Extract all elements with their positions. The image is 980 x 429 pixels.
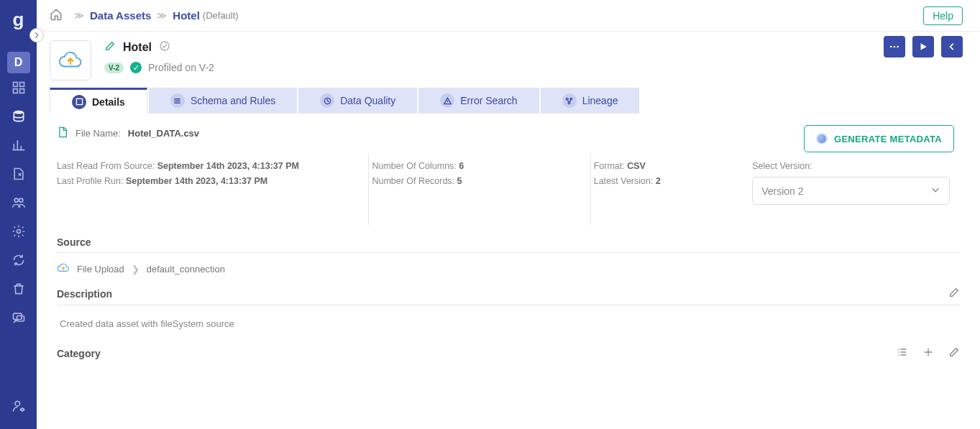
last-profile-label: Last Profile Run:	[57, 176, 123, 186]
chevron-down-icon	[930, 185, 940, 197]
list-category-icon[interactable]	[897, 346, 908, 360]
file-icon	[57, 126, 68, 140]
verified-icon	[159, 40, 170, 55]
asset-type-icon	[50, 40, 91, 80]
svg-rect-3	[19, 89, 24, 93]
add-category-icon[interactable]	[922, 346, 934, 360]
latest-version-value: 2	[656, 176, 661, 186]
sidebar-item-chart[interactable]	[0, 131, 37, 160]
svg-point-6	[19, 198, 22, 202]
svg-point-5	[14, 198, 18, 202]
svg-rect-2	[13, 89, 17, 93]
breadcrumb-suffix: (Default)	[203, 10, 239, 21]
category-section-title: Category	[57, 346, 960, 360]
tab-schema[interactable]: Schema and Rules	[149, 88, 297, 114]
asset-header: Hotel V-2 ✓ Profiled on V-2	[37, 32, 980, 88]
tab-data-quality[interactable]: Data Quality	[298, 88, 417, 114]
more-actions-button[interactable]	[884, 36, 905, 57]
svg-rect-1	[19, 83, 24, 87]
source-path: File Upload ❯ default_connection	[57, 263, 960, 275]
svg-point-11	[21, 408, 23, 410]
left-sidebar: g D	[0, 0, 37, 429]
collapse-panel-button[interactable]	[941, 36, 963, 57]
num-columns-label: Number Of Columns:	[372, 161, 456, 171]
sidebar-item-settings[interactable]	[0, 217, 37, 246]
num-records-value: 5	[457, 176, 462, 186]
svg-point-7	[17, 230, 20, 234]
svg-rect-9	[17, 316, 24, 322]
sidebar-item-export[interactable]	[0, 160, 37, 188]
svg-point-10	[15, 401, 20, 406]
profiled-status-text: Profiled on V-2	[148, 62, 214, 73]
num-records-label: Number Of Records:	[372, 176, 454, 186]
edit-category-icon[interactable]	[948, 346, 960, 360]
tab-lineage[interactable]: Lineage	[541, 88, 640, 114]
metadata-grid: Last Read From Source: September 14th 20…	[57, 153, 960, 225]
generate-metadata-button[interactable]: GENERATE METADATA	[804, 125, 954, 152]
svg-point-15	[897, 46, 899, 48]
svg-point-18	[567, 98, 569, 100]
select-version-label: Select Version:	[752, 161, 950, 171]
source-type: File Upload	[77, 264, 124, 275]
lineage-tab-icon	[562, 93, 577, 108]
latest-version-label: Latest Version:	[594, 176, 654, 186]
chevron-icon: ≫	[74, 10, 84, 21]
run-button[interactable]	[912, 36, 934, 57]
cloud-upload-icon	[57, 263, 70, 275]
error-tab-icon	[440, 93, 454, 108]
sidebar-item-current[interactable]: D	[7, 52, 30, 73]
main-panel: ≫ Data Assets ≫ Hotel (Default) Help Hot…	[37, 0, 980, 429]
svg-point-20	[568, 101, 570, 103]
sparkle-icon	[816, 133, 828, 144]
tab-error-search[interactable]: Error Search	[418, 88, 539, 114]
svg-point-14	[894, 46, 896, 48]
breadcrumb-bar: ≫ Data Assets ≫ Hotel (Default) Help	[37, 0, 980, 32]
tab-bar: Details Schema and Rules Data Quality Er…	[37, 88, 980, 114]
num-columns-value: 6	[459, 161, 464, 171]
last-read-value: September 14th 2023, 4:13:37 PM	[157, 161, 299, 171]
quality-tab-icon	[320, 93, 334, 108]
format-value: CSV	[627, 161, 646, 171]
description-section-title: Description	[57, 287, 960, 300]
last-read-label: Last Read From Source:	[57, 161, 155, 171]
sidebar-item-grid[interactable]	[0, 73, 37, 102]
tab-label: Schema and Rules	[191, 95, 275, 106]
tab-details[interactable]: Details	[50, 88, 147, 114]
version-select[interactable]: Version 2	[752, 177, 950, 205]
breadcrumb-data-assets[interactable]: Data Assets	[90, 9, 151, 22]
tab-label: Error Search	[460, 95, 517, 106]
sidebar-item-database[interactable]	[0, 102, 37, 131]
file-name-label: File Name:	[75, 128, 121, 139]
last-profile-value: September 14th 2023, 4:13:37 PM	[126, 176, 267, 186]
description-text: Created data asset with fileSystem sourc…	[57, 315, 960, 335]
source-connection: default_connection	[147, 264, 225, 275]
sidebar-item-refresh[interactable]	[0, 246, 37, 275]
sidebar-item-user-settings[interactable]	[0, 392, 37, 420]
home-icon[interactable]	[50, 8, 63, 24]
version-badge: V-2	[104, 63, 124, 73]
chevron-icon: ≫	[157, 10, 167, 21]
header-actions	[884, 36, 963, 57]
chevron-icon: ❯	[132, 264, 139, 275]
svg-point-4	[14, 111, 23, 114]
edit-description-icon[interactable]	[948, 287, 960, 300]
profiled-check-icon: ✓	[130, 62, 142, 73]
details-tab-icon	[72, 95, 86, 109]
format-label: Format:	[594, 161, 625, 171]
version-select-value: Version 2	[761, 185, 803, 197]
breadcrumb-current: Hotel	[173, 9, 200, 22]
svg-rect-16	[76, 98, 82, 104]
file-name-value: Hotel_DATA.csv	[128, 128, 199, 139]
svg-rect-0	[13, 83, 17, 87]
svg-point-12	[160, 42, 169, 50]
asset-title: Hotel	[123, 41, 152, 54]
sidebar-item-users[interactable]	[0, 188, 37, 217]
svg-point-19	[570, 98, 572, 100]
schema-tab-icon	[170, 93, 185, 108]
edit-title-icon[interactable]	[104, 40, 116, 55]
tab-label: Data Quality	[340, 95, 395, 106]
tab-label: Details	[92, 96, 125, 108]
sidebar-item-trash[interactable]	[0, 275, 37, 303]
help-button[interactable]: Help	[923, 6, 963, 25]
sidebar-item-chat[interactable]	[0, 303, 37, 332]
